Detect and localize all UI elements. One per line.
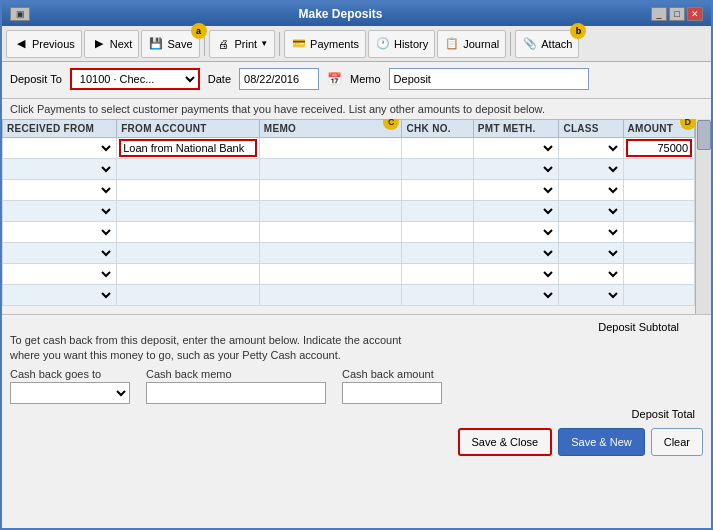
memo-input[interactable] (389, 68, 589, 90)
chk-no-input[interactable] (404, 265, 470, 283)
print-button[interactable]: 🖨 Print ▼ (209, 30, 276, 58)
separator3 (510, 32, 511, 56)
received-from-select[interactable] (5, 286, 114, 304)
pmt-meth-select[interactable] (476, 160, 557, 178)
vertical-scrollbar[interactable] (695, 119, 711, 314)
table-scroll[interactable]: RECEIVED FROM FROM ACCOUNT MEMO c CHK NO… (2, 119, 711, 314)
pmt-meth-select[interactable] (476, 139, 557, 157)
annotation-b: b (570, 23, 586, 39)
from-account-input[interactable] (119, 139, 257, 157)
received-from-select[interactable] (5, 139, 114, 157)
chk-no-input[interactable] (404, 286, 470, 304)
received-from-select[interactable] (5, 223, 114, 241)
cash-back-memo-input[interactable] (146, 382, 326, 404)
info-text: Click Payments to select customer paymen… (2, 99, 711, 119)
amount-input[interactable] (626, 160, 692, 178)
chk-no-input[interactable] (404, 202, 470, 220)
table-row (3, 222, 695, 243)
calendar-icon[interactable]: 📅 (327, 72, 342, 86)
close-button[interactable]: ✕ (687, 7, 703, 21)
save-close-button[interactable]: Save & Close (458, 428, 553, 456)
chk-no-input[interactable] (404, 139, 470, 157)
history-button[interactable]: 🕐 History (368, 30, 435, 58)
amount-input[interactable] (626, 286, 692, 304)
print-dropdown-arrow[interactable]: ▼ (260, 39, 268, 48)
deposit-total-label: Deposit Total (632, 408, 695, 420)
cash-back-goes-to-select[interactable] (10, 382, 130, 404)
from-account-input[interactable] (119, 244, 257, 262)
next-button[interactable]: ▶ Next (84, 30, 140, 58)
minimize-button[interactable]: _ (651, 7, 667, 21)
class-select[interactable] (561, 286, 620, 304)
journal-icon: 📋 (444, 36, 460, 52)
from-account-input[interactable] (119, 286, 257, 304)
col-from-account: FROM ACCOUNT (117, 120, 260, 138)
memo-cell-input[interactable] (262, 202, 400, 220)
memo-cell-input[interactable] (262, 181, 400, 199)
memo-cell-input[interactable] (262, 286, 400, 304)
pmt-meth-select[interactable] (476, 223, 557, 241)
pmt-meth-select[interactable] (476, 181, 557, 199)
from-account-input[interactable] (119, 202, 257, 220)
deposit-to-label: Deposit To (10, 73, 62, 85)
from-account-input[interactable] (119, 181, 257, 199)
cash-back-amount-input[interactable] (342, 382, 442, 404)
table-header-row: RECEIVED FROM FROM ACCOUNT MEMO c CHK NO… (3, 120, 695, 138)
amount-input[interactable] (626, 223, 692, 241)
deposit-subtotal-row: Deposit Subtotal (10, 319, 703, 333)
amount-input[interactable] (626, 244, 692, 262)
class-select[interactable] (561, 139, 620, 157)
received-from-select[interactable] (5, 181, 114, 199)
pmt-meth-select[interactable] (476, 265, 557, 283)
pmt-meth-select[interactable] (476, 244, 557, 262)
deposit-subtotal-label: Deposit Subtotal (598, 321, 679, 333)
system-menu[interactable]: ▣ (10, 7, 30, 21)
class-select[interactable] (561, 181, 620, 199)
title-bar: ▣ Make Deposits _ □ ✕ (2, 2, 711, 26)
class-select[interactable] (561, 265, 620, 283)
from-account-input[interactable] (119, 265, 257, 283)
chk-no-input[interactable] (404, 160, 470, 178)
class-select[interactable] (561, 244, 620, 262)
cash-back-amount-label: Cash back amount (342, 368, 442, 380)
amount-input[interactable] (626, 181, 692, 199)
journal-button[interactable]: 📋 Journal (437, 30, 506, 58)
received-from-select[interactable] (5, 160, 114, 178)
pmt-meth-select[interactable] (476, 202, 557, 220)
memo-cell-input[interactable] (262, 160, 400, 178)
amount-input[interactable] (626, 139, 692, 157)
from-account-input[interactable] (119, 160, 257, 178)
received-from-select[interactable] (5, 265, 114, 283)
memo-cell-input[interactable] (262, 223, 400, 241)
received-from-select[interactable] (5, 244, 114, 262)
amount-input[interactable] (626, 202, 692, 220)
window-title: Make Deposits (30, 7, 651, 21)
table-row (3, 243, 695, 264)
scrollbar-thumb[interactable] (697, 120, 711, 150)
chk-no-input[interactable] (404, 223, 470, 241)
clear-button[interactable]: Clear (651, 428, 703, 456)
payments-button[interactable]: 💳 Payments (284, 30, 366, 58)
chk-no-input[interactable] (404, 244, 470, 262)
save-button[interactable]: 💾 Save a (141, 30, 199, 58)
chk-no-input[interactable] (404, 181, 470, 199)
class-select[interactable] (561, 202, 620, 220)
maximize-button[interactable]: □ (669, 7, 685, 21)
attach-button[interactable]: 📎 Attach b (515, 30, 579, 58)
from-account-input[interactable] (119, 223, 257, 241)
class-select[interactable] (561, 223, 620, 241)
previous-button[interactable]: ◀ Previous (6, 30, 82, 58)
annotation-c: c (383, 119, 399, 130)
memo-cell-input[interactable] (262, 139, 400, 157)
deposit-to-select[interactable]: 10100 · Chec... (70, 68, 200, 90)
annotation-a: a (191, 23, 207, 39)
pmt-meth-select[interactable] (476, 286, 557, 304)
date-input[interactable] (239, 68, 319, 90)
received-from-select[interactable] (5, 202, 114, 220)
class-select[interactable] (561, 160, 620, 178)
deposit-table: RECEIVED FROM FROM ACCOUNT MEMO c CHK NO… (2, 119, 695, 306)
amount-input[interactable] (626, 265, 692, 283)
memo-cell-input[interactable] (262, 265, 400, 283)
save-new-button[interactable]: Save & New (558, 428, 645, 456)
memo-cell-input[interactable] (262, 244, 400, 262)
